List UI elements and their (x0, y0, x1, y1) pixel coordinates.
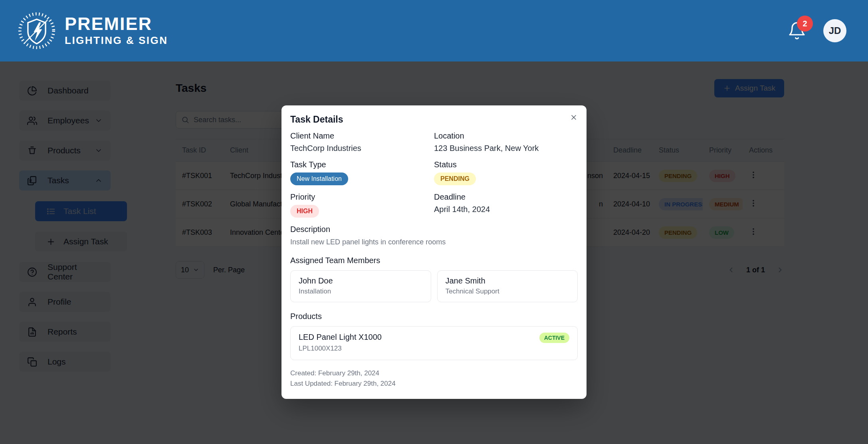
brand-logo-icon (18, 12, 56, 50)
close-icon (570, 113, 578, 121)
description-label: Description (290, 225, 578, 234)
task-type-badge: New Installation (290, 172, 348, 185)
product-name: LED Panel Light X1000 (299, 333, 382, 342)
product-card: LED Panel Light X1000 LPL1000X123 ACTIVE (290, 326, 578, 360)
client-name-value: TechCorp Industries (290, 144, 434, 153)
description-value: Install new LED panel lights in conferen… (290, 238, 578, 246)
created-date: Created: February 29th, 2024 (290, 368, 578, 379)
priority-badge: HIGH (290, 205, 319, 218)
deadline-label: Deadline (434, 192, 578, 202)
modal-title: Task Details (290, 114, 343, 125)
header-actions: 2 JD (787, 19, 846, 42)
team-member-card: John Doe Installation (290, 270, 431, 302)
status-badge: PENDING (434, 172, 476, 185)
member-role: Installation (299, 287, 423, 295)
notification-badge: 2 (797, 16, 813, 32)
product-status-badge: ACTIVE (539, 333, 569, 343)
member-name: Jane Smith (446, 276, 570, 285)
team-section-label: Assigned Team Members (290, 256, 578, 265)
brand-text: PREMIER LIGHTING & SIGN (65, 15, 168, 47)
member-name: John Doe (299, 276, 423, 285)
avatar[interactable]: JD (823, 19, 846, 42)
member-role: Technical Support (446, 287, 570, 295)
product-sku: LPL1000X123 (299, 345, 382, 353)
location-label: Location (434, 131, 578, 141)
team-member-card: Jane Smith Technical Support (437, 270, 578, 302)
brand-tagline: LIGHTING & SIGN (65, 34, 168, 47)
deadline-value: April 14th, 2024 (434, 205, 578, 214)
app-header: PREMIER LIGHTING & SIGN 2 JD (0, 0, 868, 61)
status-label: Status (434, 160, 578, 169)
close-button[interactable] (570, 113, 578, 121)
priority-label: Priority (290, 192, 434, 202)
task-type-label: Task Type (290, 160, 434, 169)
location-value: 123 Business Park, New York (434, 144, 578, 153)
updated-date: Last Updated: February 29th, 2024 (290, 379, 578, 389)
brand: PREMIER LIGHTING & SIGN (18, 12, 168, 50)
brand-name: PREMIER (65, 15, 168, 33)
client-name-label: Client Name (290, 131, 434, 141)
products-section-label: Products (290, 312, 578, 321)
notifications-button[interactable]: 2 (787, 21, 807, 40)
task-details-modal: Task Details Client Name TechCorp Indust… (281, 105, 587, 399)
